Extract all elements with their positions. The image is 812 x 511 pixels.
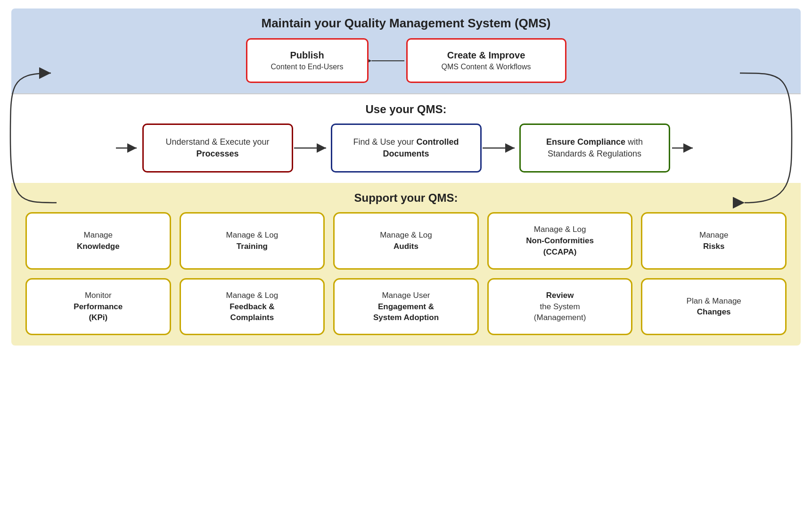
controlled-docs-bold: Controlled Documents — [383, 137, 459, 158]
arrow-top-svg — [369, 52, 406, 69]
bottom-grid: ManageKnowledge Manage & LogTraining Man… — [25, 212, 787, 335]
processes-bold: Processes — [196, 149, 238, 158]
bottom-section: Support your QMS: ManageKnowledge Manage… — [11, 183, 801, 346]
training-bold: Training — [237, 242, 268, 251]
changes-bold: Changes — [697, 307, 731, 316]
middle-title: Use your QMS: — [365, 103, 446, 116]
arrow-mid-2-svg — [482, 141, 519, 155]
publish-subtitle: Content to End-Users — [261, 63, 354, 71]
performance-box: MonitorPerformance(KPi) — [25, 278, 171, 335]
arrow-mid-1 — [293, 141, 331, 155]
performance-text: MonitorPerformance(KPi) — [74, 290, 123, 323]
training-text: Manage & LogTraining — [226, 230, 279, 252]
knowledge-box: ManageKnowledge — [25, 212, 171, 269]
processes-box: Understand & Execute your Processes — [142, 124, 293, 173]
audits-box: Manage & LogAudits — [333, 212, 479, 269]
ensure-bold: Ensure Compliance — [546, 137, 625, 147]
changes-box: Plan & ManageChanges — [641, 278, 787, 335]
engagement-text: Manage UserEngagement &System Adoption — [373, 290, 439, 323]
review-text: Reviewthe System(Management) — [534, 290, 586, 323]
feedback-box: Manage & LogFeedback &Complaints — [180, 278, 325, 335]
ensure-compliance-text: Ensure Compliance with Standards & Regul… — [530, 136, 659, 160]
audits-bold: Audits — [394, 242, 418, 251]
ensure-compliance-box: Ensure Compliance with Standards & Regul… — [519, 124, 670, 173]
right-exit-svg — [671, 141, 697, 155]
publish-box: Publish Content to End-Users — [246, 38, 369, 83]
publish-title: Publish — [261, 50, 354, 61]
nonconformities-box: Manage & LogNon-Conformities(CCAPA) — [487, 212, 633, 269]
review-box: Reviewthe System(Management) — [487, 278, 633, 335]
top-title: Maintain your Quality Management System … — [262, 16, 551, 31]
top-section: Maintain your Quality Management System … — [11, 8, 801, 93]
review-bold: Review — [546, 291, 574, 300]
knowledge-bold: Knowledge — [77, 242, 120, 251]
nonconformities-text: Manage & LogNon-Conformities(CCAPA) — [526, 224, 594, 257]
nonconformities-bold: Non-Conformities(CCAPA) — [526, 236, 594, 256]
changes-text: Plan & ManageChanges — [687, 296, 741, 318]
risks-bold: Risks — [703, 242, 724, 251]
top-boxes-row: Publish Content to End-Users — [25, 38, 787, 83]
controlled-docs-box: Find & Use your Controlled Documents — [331, 124, 482, 173]
processes-text: Understand & Execute your Processes — [153, 136, 282, 160]
create-improve-title: Create & Improve — [421, 50, 552, 61]
risks-text: ManageRisks — [699, 230, 728, 252]
arrow-mid-2 — [482, 141, 519, 155]
engagement-box: Manage UserEngagement &System Adoption — [333, 278, 479, 335]
diagram-wrapper: Maintain your Quality Management System … — [11, 8, 801, 346]
middle-boxes-row: Understand & Execute your Processes — [25, 124, 787, 173]
right-exit-arrow — [670, 141, 698, 155]
left-entry-arrow — [114, 141, 142, 155]
create-improve-box: Create & Improve QMS Content & Workflows — [406, 38, 566, 83]
feedback-bold: Feedback &Complaints — [230, 302, 274, 322]
feedback-text: Manage & LogFeedback &Complaints — [226, 290, 279, 323]
knowledge-text: ManageKnowledge — [77, 230, 120, 252]
bottom-title: Support your QMS: — [354, 191, 458, 205]
performance-bold: Performance(KPi) — [74, 302, 123, 322]
arrow-top-center — [369, 52, 406, 69]
arrow-mid-1-svg — [293, 141, 331, 155]
left-arrow-svg — [115, 141, 141, 155]
risks-box: ManageRisks — [641, 212, 787, 269]
create-improve-subtitle: QMS Content & Workflows — [421, 63, 552, 71]
engagement-bold: Engagement &System Adoption — [373, 302, 439, 322]
audits-text: Manage & LogAudits — [380, 230, 432, 252]
training-box: Manage & LogTraining — [180, 212, 325, 269]
middle-section: Use your QMS: U — [11, 93, 801, 183]
main-container: Maintain your Quality Management System … — [0, 0, 812, 511]
controlled-docs-text: Find & Use your Controlled Documents — [342, 136, 471, 160]
